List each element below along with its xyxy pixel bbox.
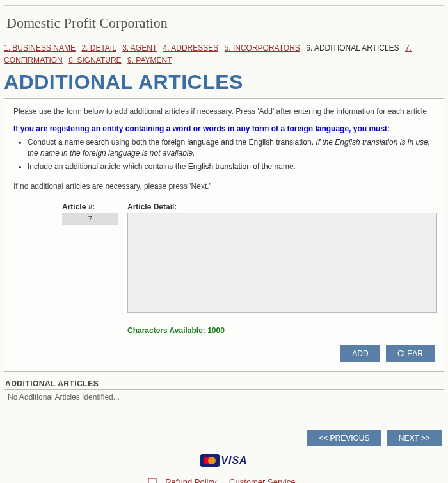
wizard-steps: 1. BUSINESS NAME 2. DETAIL 3. AGENT 4. A…: [4, 42, 444, 67]
step-link[interactable]: 5. INCORPORATORS: [225, 44, 300, 53]
form-panel: Please use the form below to add additio…: [4, 98, 444, 372]
requirements-list: Conduct a name search using both the for…: [28, 137, 435, 172]
no-articles-note: If no additional articles are necessary,…: [13, 182, 435, 191]
article-number-input: [62, 213, 118, 225]
refund-policy-link[interactable]: Refund Policy: [165, 477, 216, 483]
step-link[interactable]: 4. ADDRESSES: [163, 44, 219, 53]
page-title: Domestic Profit Corporation: [6, 15, 442, 31]
step-link[interactable]: 2. DETAIL: [81, 44, 116, 53]
bullet-text: Conduct a name search using both the for…: [28, 138, 316, 147]
step-link[interactable]: 8. SIGNATURE: [68, 56, 121, 65]
step-link[interactable]: 1. BUSINESS NAME: [4, 44, 76, 53]
mastercard-icon: [200, 454, 220, 467]
payment-brands: VISA: [0, 454, 448, 467]
previous-button[interactable]: << PREVIOUS: [307, 430, 381, 446]
top-divider: [4, 5, 444, 6]
article-number-label: Article #:: [62, 202, 118, 211]
title-divider: [4, 38, 444, 38]
list-item: Conduct a name search using both the for…: [28, 137, 435, 159]
intro-text: Please use the form below to add additio…: [13, 106, 435, 117]
footer-links: Refund Policy Customer Service: [0, 477, 448, 483]
next-button[interactable]: NEXT >>: [387, 430, 442, 446]
form-button-row: ADD CLEAR: [13, 345, 435, 362]
step-link[interactable]: 9. PAYMENT: [127, 56, 172, 65]
characters-available: Characters Available: 1000: [127, 326, 437, 335]
list-divider: [4, 389, 444, 390]
pdf-icon: [148, 478, 157, 483]
visa-icon: VISA: [221, 455, 247, 466]
chars-value: 1000: [207, 326, 225, 335]
foreign-language-notice: If you are registering an entity contain…: [13, 124, 435, 135]
chars-label: Characters Available:: [127, 326, 207, 335]
add-button[interactable]: ADD: [340, 345, 380, 362]
article-form-row: Article #: Article Detail: Characters Av…: [13, 202, 435, 335]
clear-button[interactable]: CLEAR: [386, 345, 435, 362]
article-detail-textarea[interactable]: [127, 213, 437, 313]
section-heading: ADDITIONAL ARTICLES: [4, 70, 444, 94]
articles-list-heading: ADDITIONAL ARTICLES: [5, 379, 443, 388]
customer-service-link[interactable]: Customer Service: [229, 477, 295, 483]
list-item: Include an additional article which cont…: [28, 161, 435, 172]
step-current: 6. ADDITIONAL ARTICLES: [306, 44, 399, 53]
step-link[interactable]: 3. AGENT: [122, 44, 157, 53]
articles-empty-message: No Additional Articles Identified...: [8, 393, 440, 402]
article-detail-label: Article Detail:: [127, 202, 437, 211]
nav-button-row: << PREVIOUS NEXT >>: [0, 430, 442, 446]
svg-rect-0: [148, 478, 156, 483]
